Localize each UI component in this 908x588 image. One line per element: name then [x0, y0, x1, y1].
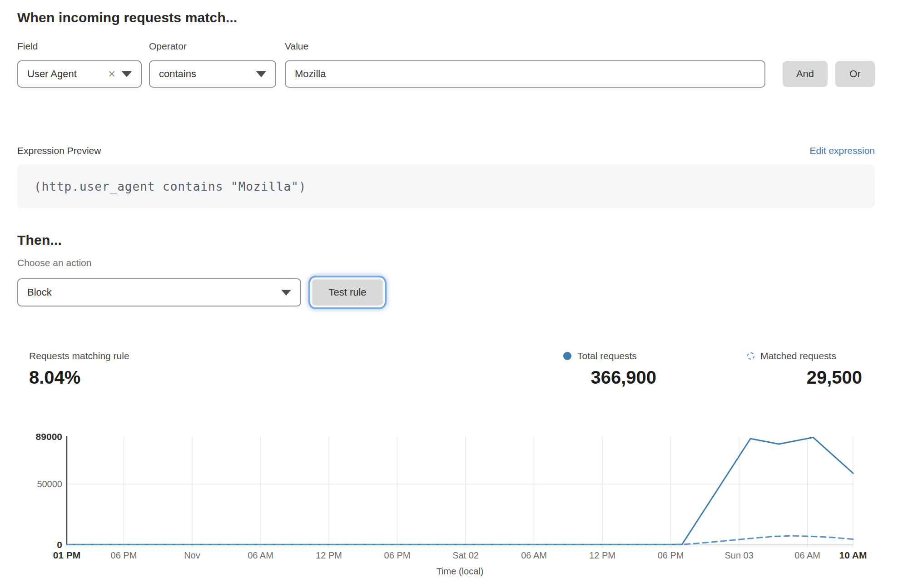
- field-label: Field: [17, 41, 38, 52]
- expression-code: (http.user_agent contains "Mozilla"): [34, 180, 875, 193]
- total-requests-dot-icon: [563, 352, 571, 360]
- expression-code-block: (http.user_agent contains "Mozilla"): [17, 164, 875, 208]
- requests-matching-label: Requests matching rule: [29, 351, 129, 361]
- svg-text:06 PM: 06 PM: [658, 550, 684, 560]
- svg-text:06 PM: 06 PM: [384, 550, 411, 560]
- svg-text:Time (local): Time (local): [437, 566, 484, 576]
- field-select[interactable]: User Agent ×: [17, 60, 142, 88]
- clear-field-icon[interactable]: ×: [108, 68, 115, 80]
- action-select[interactable]: Block: [17, 278, 301, 306]
- requests-matching-value: 8.04%: [29, 367, 129, 388]
- svg-text:0: 0: [57, 539, 62, 550]
- total-requests-label: Total requests: [577, 351, 637, 361]
- chevron-down-icon: [256, 71, 266, 77]
- chevron-down-icon: [122, 71, 132, 77]
- expression-preview-label: Expression Preview: [17, 145, 101, 156]
- svg-text:12 PM: 12 PM: [316, 550, 342, 560]
- svg-text:10 AM: 10 AM: [839, 550, 867, 560]
- svg-text:Nov: Nov: [184, 550, 200, 560]
- value-label: Value: [285, 41, 308, 52]
- total-requests-value: 366,900: [563, 367, 656, 388]
- svg-text:06 AM: 06 AM: [248, 550, 273, 560]
- choose-action-label: Choose an action: [17, 257, 91, 268]
- svg-text:01 PM: 01 PM: [53, 550, 81, 560]
- test-rule-button[interactable]: Test rule: [312, 279, 383, 306]
- and-button[interactable]: And: [783, 61, 828, 87]
- svg-text:Sat 02: Sat 02: [452, 550, 479, 560]
- requests-time-series-chart: 0500008900001 PM06 PMNov06 AM12 PM06 PMS…: [0, 427, 908, 583]
- edit-expression-link[interactable]: Edit expression: [809, 145, 875, 156]
- svg-text:89000: 89000: [36, 431, 62, 442]
- matched-requests-label: Matched requests: [760, 351, 836, 361]
- matched-requests-value: 29,500: [747, 367, 862, 388]
- operator-label: Operator: [149, 41, 187, 52]
- svg-text:06 AM: 06 AM: [521, 550, 547, 560]
- operator-select-value: contains: [159, 68, 250, 80]
- requests-matching-stat: Requests matching rule 8.04%: [29, 351, 129, 388]
- matched-requests-stat: Matched requests 29,500: [747, 351, 862, 388]
- value-input[interactable]: [285, 60, 765, 88]
- svg-text:50000: 50000: [37, 479, 62, 489]
- rule-match-heading: When incoming requests match...: [17, 10, 238, 25]
- field-select-value: User Agent: [27, 68, 108, 80]
- svg-text:Sun 03: Sun 03: [724, 550, 753, 560]
- total-requests-stat: Total requests 366,900: [563, 351, 656, 388]
- chevron-down-icon: [281, 290, 291, 296]
- or-button[interactable]: Or: [835, 61, 875, 87]
- operator-select[interactable]: contains: [149, 60, 276, 88]
- svg-text:06 AM: 06 AM: [794, 550, 820, 560]
- svg-text:06 PM: 06 PM: [111, 550, 137, 560]
- matched-requests-dashed-icon: [747, 352, 754, 360]
- action-select-value: Block: [27, 287, 275, 298]
- then-heading: Then...: [17, 232, 62, 248]
- svg-text:12 PM: 12 PM: [589, 550, 615, 560]
